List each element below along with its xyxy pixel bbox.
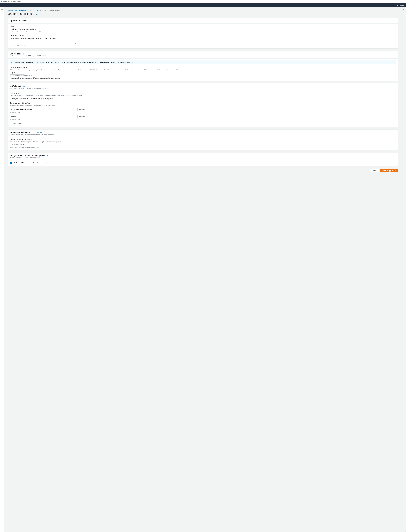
description-label: Description - optional — [10, 35, 396, 36]
choose-file-button[interactable]: Choose file — [10, 71, 24, 74]
description-hint: Maximum of 1024 characters. — [10, 45, 396, 47]
aws-logo: aws — [2, 4, 6, 7]
runtime-title: Runtime profiling data - optional — [10, 131, 39, 133]
file-location-desc: Select the location from which to upload… — [10, 69, 396, 71]
form-footer: Cancel Onboard application — [8, 168, 398, 173]
upload-icon — [12, 72, 13, 74]
info-rail: ▴ i ▾ — [402, 7, 406, 532]
msbuild-info-link[interactable]: Info — [23, 86, 25, 87]
name-hint: Maximum 128 characters. Letters, numbers… — [10, 31, 396, 33]
choose-csv-button[interactable]: Choose .csv file — [10, 143, 28, 146]
dropdown-icon: ⇩ — [203, 1, 203, 2]
file-location-label: Project/solution file location — [10, 67, 396, 68]
runtime-subtitle: Collected runtime metrics are used to cr… — [10, 134, 396, 135]
window-title: AWS Microservice Extractor for .NET — [3, 1, 24, 2]
breadcrumb: AWS Microservice Extractor for .NET ❯ Ap… — [8, 9, 398, 11]
remove-arg-button-0[interactable]: Remove — [78, 108, 87, 111]
msbuild-title: MSBuild path — [10, 85, 22, 87]
source-code-subtitle: AWS Microservice Extractor for .NET supp… — [10, 55, 396, 57]
source-code-title: Source code — [10, 53, 21, 55]
customize-build-label: Customize your build - optional — [10, 102, 396, 104]
maximize-button[interactable]: ▢ — [397, 1, 400, 2]
page-title: Onboard application — [8, 12, 34, 15]
app-icon — [1, 1, 3, 2]
remove-arg-button-1[interactable]: Remove — [78, 115, 87, 118]
msbuild-path-select[interactable]: C:\Program Files\Microsoft Visual Studio… — [10, 97, 58, 100]
minimize-button[interactable]: ― — [392, 1, 395, 2]
add-argument-button[interactable]: Add argument — [10, 122, 24, 125]
chosen-file-path: C:\git\gadgets-online-aspnet-webforms\sr… — [12, 77, 60, 79]
arg-hint-1: Default argument — [10, 118, 396, 120]
chevron-right-icon: ❯ — [33, 10, 35, 11]
breadcrumb-root[interactable]: AWS Microservice Extractor for .NET — [8, 10, 32, 11]
file-hint: Project source should be a valid .sln fi… — [10, 75, 396, 76]
application-details-title: Application details — [10, 20, 27, 22]
hamburger-icon: ☰ — [1, 9, 3, 11]
info-alert: i AWS Microservice Extractor for .NET su… — [10, 60, 396, 65]
portability-toggle-label: Include .NET Core compatibility data in … — [14, 162, 49, 164]
close-icon[interactable]: ✕ — [393, 62, 394, 64]
runtime-analysis-desc: Select the location of the profiling dat… — [10, 141, 396, 143]
msbuild-subtitle: Set the path of the version of MSBuild t… — [10, 88, 396, 89]
source-code-panel: Source code Info AWS Microservice Extrac… — [8, 51, 398, 81]
scroll-down-icon[interactable]: ▾ — [405, 531, 406, 532]
portability-subtitle: Analyze and display .NET Core Portabilit… — [10, 157, 396, 158]
portability-panel: Analyze .NET Core Portability - optional… — [8, 153, 398, 166]
runtime-panel: Runtime profiling data - optional Info C… — [8, 129, 398, 150]
main-content: AWS Microservice Extractor for .NET ❯ Ap… — [4, 7, 402, 532]
breadcrumb-applications[interactable]: Applications — [36, 10, 44, 11]
check-icon: ✓ — [10, 77, 12, 79]
name-input[interactable] — [10, 28, 76, 31]
breadcrumb-current: Onboard application — [47, 10, 60, 11]
window-titlebar: AWS Microservice Extractor for .NET ⇩ ― … — [0, 0, 406, 3]
sidebar-toggle[interactable]: ☰ — [0, 7, 4, 532]
scroll-up-icon[interactable]: ▴ — [405, 7, 406, 9]
chosen-file-row: ✓ C:\git\gadgets-online-aspnet-webforms\… — [10, 77, 396, 79]
runtime-analysis-hint: Select the .csv file generated by the ru… — [10, 147, 396, 148]
svg-rect-0 — [1, 1, 2, 2]
arg-hint-0: Default argument — [10, 111, 396, 113]
application-details-panel: Application details Name Maximum 128 cha… — [8, 18, 398, 48]
msbuild-path-desc: The default MSBuild path is the latest v… — [10, 95, 396, 96]
runtime-analysis-label: Perform runtime profiling analysis — [10, 139, 396, 140]
runtime-info-link[interactable]: Info — [40, 132, 42, 133]
name-label: Name — [10, 25, 396, 27]
svg-text:aws: aws — [2, 4, 4, 5]
portability-info-link[interactable]: Info — [46, 155, 48, 156]
onboard-application-button[interactable]: Onboard application — [380, 169, 398, 172]
msbuild-arg-input-0[interactable] — [10, 108, 76, 111]
feedback-link[interactable]: Feedback — [397, 4, 404, 6]
chevron-right-icon: ❯ — [44, 10, 46, 11]
msbuild-arg-input-1[interactable] — [10, 115, 76, 118]
customize-build-desc: Do not enter plaintext credentials or ot… — [10, 104, 396, 106]
cancel-button[interactable]: Cancel — [370, 169, 379, 172]
top-nav: aws Feedback — [0, 3, 406, 7]
info-panel-toggle[interactable]: i — [403, 9, 405, 11]
source-code-info-link[interactable]: Info — [22, 53, 24, 55]
page-info-link[interactable]: Info — [36, 14, 38, 15]
info-icon: i — [12, 62, 13, 63]
alert-text: AWS Microservice Extractor for .NET supp… — [15, 62, 133, 63]
msbuild-panel: MSBuild path Info Set the path of the ve… — [8, 83, 398, 127]
upload-icon — [12, 144, 13, 146]
description-input[interactable]: Its a online shopping monolithic applica… — [10, 37, 76, 44]
portability-title: Analyze .NET Core Portability - optional — [10, 155, 46, 157]
close-button[interactable]: ✕ — [402, 1, 404, 2]
portability-toggle[interactable] — [10, 162, 13, 164]
msbuild-path-label: MSBuild path — [10, 93, 396, 94]
